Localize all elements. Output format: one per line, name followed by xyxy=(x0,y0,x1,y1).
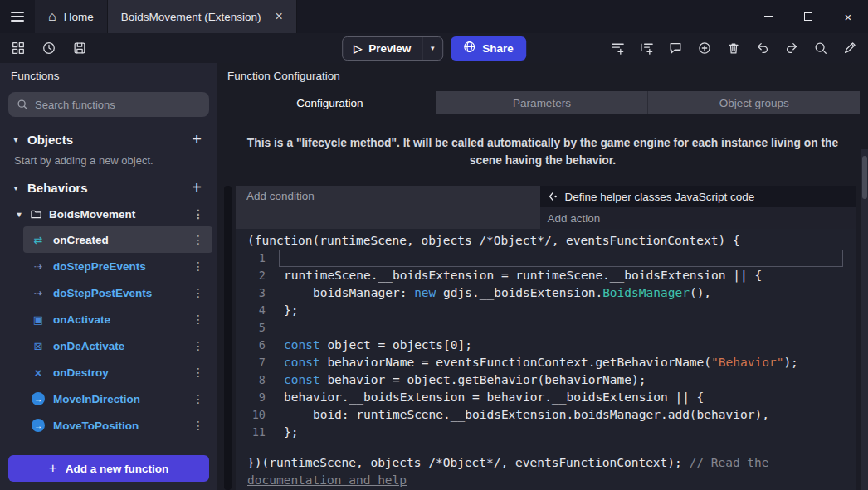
save-icon[interactable] xyxy=(71,40,88,56)
line-number: 4 xyxy=(236,302,279,319)
code-header-line: (function(runtimeScene, objects /*Object… xyxy=(236,232,856,250)
item-menu-icon[interactable]: ⋮ xyxy=(193,419,204,432)
project-manager-icon[interactable] xyxy=(10,40,27,56)
documentation-link[interactable]: Read the xyxy=(711,456,769,469)
folder-menu-icon[interactable]: ⋮ xyxy=(193,207,204,221)
behavior-folder-boidsmovement[interactable]: ▾ BoidsMovement ⋮ xyxy=(0,201,217,226)
preview-dropdown-chevron-icon[interactable]: ▾ xyxy=(422,37,442,60)
objects-section-header[interactable]: ▾ Objects + xyxy=(0,125,217,153)
sidebar-item-ondestroy[interactable]: ×onDestroy⋮ xyxy=(23,359,212,386)
theme-icon[interactable] xyxy=(841,40,858,56)
close-tab-icon[interactable]: × xyxy=(276,10,283,23)
event-drag-handle[interactable] xyxy=(224,186,232,490)
sidebar-item-moveindirection[interactable]: →MoveInDirection⋮ xyxy=(23,386,212,412)
search-icon[interactable] xyxy=(812,40,829,56)
tab-home[interactable]: ⌂ Home xyxy=(35,0,108,33)
code-editor[interactable]: (function(runtimeScene, objects /*Object… xyxy=(236,229,856,490)
behaviors-section-header[interactable]: ▾ Behaviors + xyxy=(0,173,217,201)
item-menu-icon[interactable]: ⋮ xyxy=(193,313,204,326)
undo-icon[interactable] xyxy=(754,40,771,56)
add-condition-button[interactable]: Add condition xyxy=(236,186,540,229)
line-number: 8 xyxy=(236,371,279,389)
sidebar-item-dosteppreevents[interactable]: ⇢doStepPreEvents⋮ xyxy=(23,253,212,279)
documentation-link[interactable]: documentation and help xyxy=(247,473,407,487)
sidebar-title: Functions xyxy=(0,63,217,88)
functions-sidebar: Functions ▾ Objects + Start by adding a … xyxy=(0,63,217,490)
sidebar-item-label: onDeActivate xyxy=(53,340,184,352)
globe-icon xyxy=(463,41,475,56)
code-line: 4}; xyxy=(236,302,856,319)
item-menu-icon[interactable]: ⋮ xyxy=(193,260,204,273)
share-button[interactable]: Share xyxy=(451,36,526,61)
sidebar-item-movetoposition[interactable]: →MoveToPosition⋮ xyxy=(23,412,212,439)
sidebar-item-label: MoveInDirection xyxy=(53,393,184,405)
line-number: 6 xyxy=(236,337,279,354)
tab-object-groups[interactable]: Object groups xyxy=(648,91,860,114)
destroy-icon: × xyxy=(32,366,45,379)
code-event-title[interactable]: Define helper classes JavaScript code xyxy=(540,186,856,207)
chevron-down-icon[interactable]: ▾ xyxy=(12,183,20,192)
chevron-down-icon[interactable]: ▾ xyxy=(12,135,20,144)
code-line: 8const behavior = object.getBehavior(beh… xyxy=(236,371,856,389)
add-event-icon[interactable] xyxy=(609,40,626,56)
tab-extension-label: BoidsMovement (Extension) xyxy=(121,11,261,23)
sidebar-item-label: onCreated xyxy=(53,234,184,246)
item-menu-icon[interactable]: ⋮ xyxy=(193,366,204,379)
add-function-button[interactable]: + Add a new function xyxy=(8,455,209,482)
item-menu-icon[interactable]: ⋮ xyxy=(193,392,204,405)
objects-empty-hint: Start by adding a new object. xyxy=(0,153,217,173)
code-line: 1 xyxy=(236,250,856,267)
code-footer-line2: documentation and help xyxy=(236,472,856,489)
js-code-event[interactable]: Add condition Define helper classes Java… xyxy=(236,186,856,490)
preview-button[interactable]: ▷ Preview ▾ xyxy=(342,36,443,61)
search-functions-input[interactable] xyxy=(35,99,201,111)
sidebar-item-label: onActivate xyxy=(53,313,184,326)
menu-icon[interactable] xyxy=(0,0,35,33)
delete-icon[interactable] xyxy=(725,40,742,56)
behaviors-section-label: Behaviors xyxy=(27,181,180,195)
add-subevent-icon[interactable] xyxy=(638,40,655,56)
configuration-tabs: Configuration Parameters Object groups xyxy=(224,91,860,114)
function-list: ⇄onCreated⋮⇢doStepPreEvents⋮⇢doStepPostE… xyxy=(0,226,217,447)
code-line-content: behavior.__boidsExtension = behavior.__b… xyxy=(279,389,843,406)
item-menu-icon[interactable]: ⋮ xyxy=(193,233,204,246)
tab-parameters[interactable]: Parameters xyxy=(436,91,649,114)
sidebar-item-dosteppostevents[interactable]: ⇢doStepPostEvents⋮ xyxy=(23,279,212,306)
sidebar-item-ondeactivate[interactable]: ⊠onDeActivate⋮ xyxy=(23,332,212,359)
add-event-picker-icon[interactable] xyxy=(696,40,713,56)
sidebar-item-label: MoveToPosition xyxy=(53,420,184,432)
scrollbar-thumb[interactable] xyxy=(862,156,867,199)
maximize-button[interactable] xyxy=(788,0,828,33)
redo-icon[interactable] xyxy=(783,40,800,56)
chevron-down-icon[interactable]: ▾ xyxy=(15,210,23,219)
code-line-content: runtimeScene.__boidsExtension = runtimeS… xyxy=(279,267,843,284)
item-menu-icon[interactable]: ⋮ xyxy=(193,286,204,299)
main-scrollbar[interactable] xyxy=(861,149,868,490)
close-button[interactable]: × xyxy=(828,0,868,33)
code-line-content: boid: runtimeScene.__boidsExtension.boid… xyxy=(279,406,843,424)
folder-icon xyxy=(30,208,42,221)
item-menu-icon[interactable]: ⋮ xyxy=(193,339,204,352)
folder-label: BoidsMovement xyxy=(49,208,135,221)
add-comment-icon[interactable] xyxy=(667,40,684,56)
sidebar-item-oncreated[interactable]: ⇄onCreated⋮ xyxy=(23,226,212,253)
preview-label: Preview xyxy=(368,42,411,55)
add-action-button[interactable]: Add action xyxy=(540,207,856,229)
code-line-content: }; xyxy=(279,424,843,441)
minimize-button[interactable] xyxy=(749,0,788,33)
add-behavior-button[interactable]: + xyxy=(188,178,206,197)
line-number: 7 xyxy=(236,354,279,371)
tab-configuration[interactable]: Configuration xyxy=(224,91,436,114)
tab-extension[interactable]: BoidsMovement (Extension) × xyxy=(108,0,297,33)
titlebar: ⌂ Home BoidsMovement (Extension) × × xyxy=(0,0,868,33)
activate-icon: ▣ xyxy=(32,313,45,326)
lifecycle-description: This is a "lifecycle method". It will be… xyxy=(229,134,856,169)
code-line: 10 boid: runtimeScene.__boidsExtension.b… xyxy=(236,406,856,424)
sidebar-item-onactivate[interactable]: ▣onActivate⋮ xyxy=(23,306,212,332)
code-line: 6const object = objects[0]; xyxy=(236,337,856,354)
search-box[interactable] xyxy=(8,92,209,117)
add-object-button[interactable]: + xyxy=(188,130,206,149)
history-icon[interactable] xyxy=(41,40,57,56)
pre-step-icon: ⇢ xyxy=(32,260,45,273)
toolbar: ▷ Preview ▾ Share xyxy=(0,33,868,63)
